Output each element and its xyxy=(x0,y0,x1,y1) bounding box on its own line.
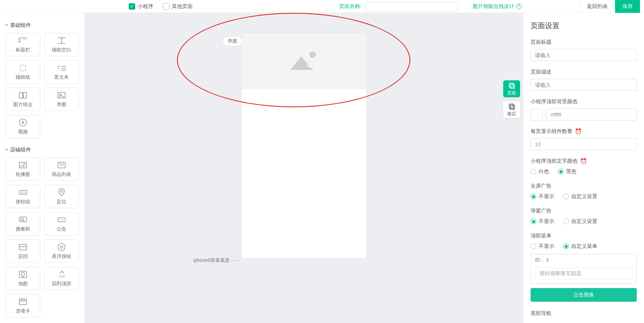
page-name-input[interactable] xyxy=(366,2,458,11)
design-link[interactable]: 图片智能在线设计 ? xyxy=(473,3,522,10)
question-icon: ? xyxy=(516,4,522,9)
back-button[interactable]: 返回列表 xyxy=(579,0,615,13)
page-name-label: 页面名称: xyxy=(339,3,362,10)
design-link-text: 图片智能在线设计 xyxy=(473,3,514,10)
top-bar: ✓ 小程序 其他页面 页面名称: 图片智能在线设计 ? 返回列表 保存 xyxy=(0,0,644,13)
checkbox-icon xyxy=(163,3,169,10)
check-label: 小程序 xyxy=(138,3,153,10)
check-label: 其他页面 xyxy=(172,3,193,10)
check-miniprogram[interactable]: ✓ 小程序 xyxy=(129,3,153,10)
check-other-page[interactable]: 其他页面 xyxy=(163,3,193,10)
save-button[interactable]: 保存 xyxy=(615,0,640,13)
checkbox-icon: ✓ xyxy=(129,3,135,10)
